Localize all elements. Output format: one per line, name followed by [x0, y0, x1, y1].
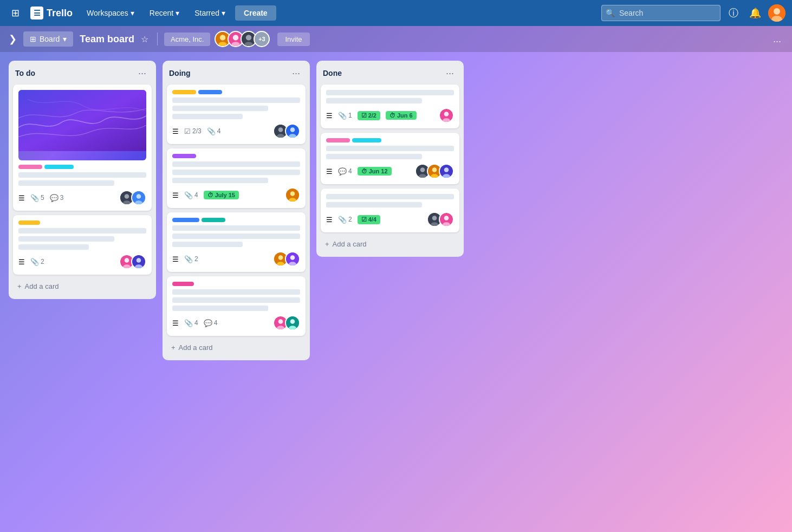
add-card-todo-button[interactable]: + Add a card [13, 279, 152, 294]
card-doing-2[interactable]: ☰ 📎 4 ⏱ July 15 [167, 148, 306, 208]
card-avatar[interactable] [439, 164, 454, 179]
starred-chevron: ▾ [222, 9, 225, 17]
comment-icon: 💬 [204, 319, 212, 327]
attachments-count: 📎 4 [207, 127, 221, 135]
add-card-done-button[interactable]: + Add a card [321, 237, 459, 251]
search-input[interactable] [601, 5, 720, 21]
card-avatar[interactable] [439, 108, 454, 123]
card-doing-4-labels [172, 282, 300, 286]
card-done-2[interactable]: ☰ 💬 4 ⏱ Jun 12 [321, 133, 459, 184]
workspace-button[interactable]: Acme, Inc. [164, 33, 210, 46]
grid-icon[interactable]: ⊞ [7, 4, 24, 22]
attachment-icon: 📎 [184, 191, 193, 199]
svg-point-42 [277, 326, 284, 330]
workspaces-label: Workspaces [87, 9, 128, 17]
card-avatar[interactable] [285, 315, 300, 330]
attachment-icon: 📎 [30, 194, 39, 202]
column-done: Done ··· ☰ 📎 1 ☑ 2/2 [316, 61, 464, 257]
create-button[interactable]: Create [235, 5, 276, 21]
comment-value: 4 [348, 167, 352, 175]
member-count[interactable]: +3 [254, 31, 270, 47]
card-todo-1[interactable]: ☰ 📎 5 💬 3 [13, 85, 152, 211]
subnav: ❯ ⊞ Board ▾ Team board ☆ Acme, Inc. +3 I… [0, 26, 792, 52]
column-todo: To do ··· [9, 61, 156, 299]
card-doing-2-footer: ☰ 📎 4 ⏱ July 15 [172, 187, 300, 203]
trello-logo[interactable]: ☰ Trello [30, 7, 73, 20]
card-avatar[interactable] [285, 251, 300, 267]
text-line [172, 233, 300, 239]
svg-point-41 [278, 319, 283, 324]
card-doing-4[interactable]: ☰ 📎 4 💬 4 [167, 276, 306, 336]
svg-point-38 [290, 255, 295, 260]
card-meta: ☰ 📎 2 [18, 258, 115, 266]
menu-icon: ☰ [326, 112, 333, 120]
column-todo-menu[interactable]: ··· [135, 67, 150, 79]
add-card-doing-button[interactable]: + Add a card [167, 340, 306, 355]
checklist-value: 2/3 [192, 127, 202, 135]
card-todo-1-text [18, 172, 146, 186]
comment-value: 3 [60, 194, 64, 202]
card-todo-2[interactable]: ☰ 📎 2 [13, 215, 152, 275]
text-line [326, 90, 454, 95]
user-avatar[interactable] [768, 4, 785, 22]
menu-icon: ☰ [326, 167, 333, 176]
checklist-icon: ☑ [184, 127, 191, 135]
card-todo-2-text [18, 228, 146, 250]
comments-count: 💬 3 [50, 194, 64, 202]
card-done-1[interactable]: ☰ 📎 1 ☑ 2/2 ⏱ Jun 6 [321, 85, 459, 128]
card-avatar[interactable] [285, 124, 300, 139]
trello-logo-text: Trello [47, 8, 73, 19]
text-line [18, 172, 146, 178]
column-done-menu[interactable]: ··· [443, 67, 457, 79]
label-cyan [44, 165, 74, 169]
board-icon: ⊞ [30, 35, 36, 43]
info-icon-button[interactable]: ⓘ [725, 4, 742, 22]
card-doing-3-labels [172, 218, 300, 222]
card-todo-2-footer: ☰ 📎 2 [18, 254, 146, 269]
card-doing-1[interactable]: ☰ ☑ 2/3 📎 4 [167, 85, 306, 144]
menu-icon: ☰ [172, 255, 179, 263]
board-view-button[interactable]: ⊞ Board ▾ [23, 31, 73, 47]
attachment-icon: 📎 [338, 112, 347, 120]
text-line [326, 98, 422, 103]
attachment-icon: 📎 [207, 127, 216, 135]
menu-icon: ☰ [172, 319, 179, 327]
svg-rect-12 [18, 90, 146, 151]
menu-icon: ☰ [18, 258, 25, 266]
card-avatar[interactable] [285, 187, 300, 203]
card-doing-3[interactable]: ☰ 📎 2 [167, 212, 306, 272]
column-doing-menu[interactable]: ··· [289, 67, 303, 79]
card-avatar[interactable] [131, 190, 146, 205]
checklist-badge: ☑ 4/4 [358, 215, 380, 224]
menu-icon: ☰ [18, 194, 25, 202]
sidebar-toggle-button[interactable]: ❯ [7, 31, 19, 47]
attachments-count: 📎 2 [30, 258, 44, 266]
recent-button[interactable]: Recent ▾ [144, 5, 185, 21]
column-doing-title: Doing [169, 69, 191, 77]
comment-value: 4 [214, 319, 218, 327]
starred-button[interactable]: Starred ▾ [189, 5, 231, 21]
card-avatar[interactable] [439, 212, 454, 227]
card-done-3[interactable]: ☰ 📎 2 ☑ 4/4 [321, 189, 459, 232]
invite-button[interactable]: Invite [277, 33, 309, 46]
text-line [326, 154, 422, 159]
card-avatar[interactable] [131, 254, 146, 269]
card-doing-1-avatars [273, 124, 300, 139]
column-done-title: Done [323, 69, 342, 77]
card-todo-1-avatars [119, 190, 146, 205]
label-yellow [172, 90, 196, 94]
text-line [172, 297, 300, 303]
card-done-2-labels [326, 138, 454, 142]
card-done-1-text [326, 90, 454, 103]
column-doing-header: Doing ··· [167, 66, 306, 80]
attachment-value: 4 [194, 191, 198, 199]
workspaces-button[interactable]: Workspaces ▾ [81, 5, 140, 21]
column-todo-title: To do [15, 69, 35, 77]
star-button[interactable]: ☆ [139, 32, 151, 47]
checklist-count: ☑ 2/3 [184, 127, 202, 135]
svg-point-24 [135, 264, 142, 269]
trello-logo-icon: ☰ [30, 7, 43, 20]
notification-icon-button[interactable]: 🔔 [746, 4, 764, 22]
more-options-button[interactable]: ... [769, 31, 785, 47]
card-doing-4-avatars [273, 315, 300, 330]
